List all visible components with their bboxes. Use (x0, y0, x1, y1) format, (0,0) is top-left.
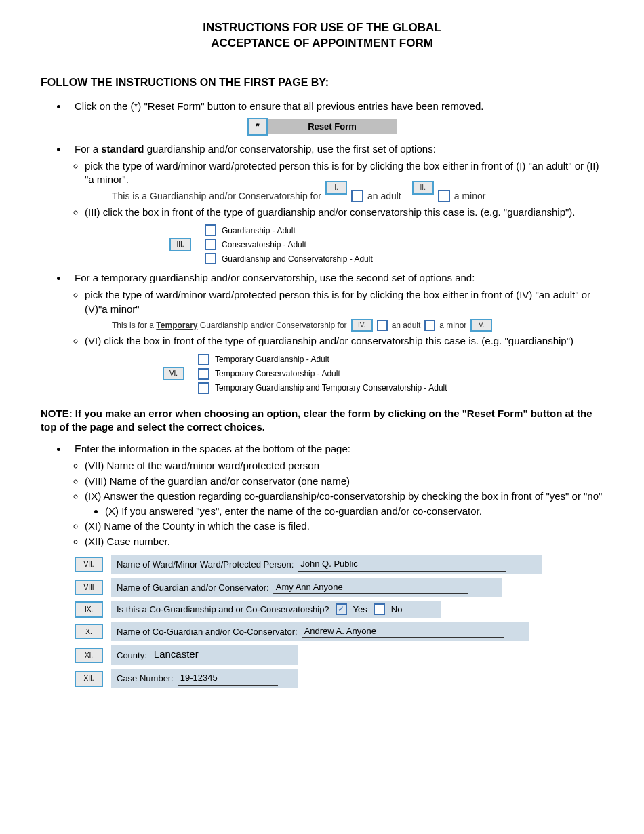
bullet-standard: For a standard guardianship and/or conse… (68, 142, 603, 156)
bullet-temp: For a temporary guardianship and/or cons… (68, 271, 603, 285)
chk-tgc-adult[interactable] (198, 382, 209, 394)
checkbox-adult-std[interactable] (351, 190, 363, 202)
field-vii-label: Name of Ward/Minor Ward/Protected Person… (117, 559, 294, 571)
field-xi-label: County: (117, 650, 147, 662)
callout-5: V. (470, 319, 492, 332)
field-num-xi: XI. (75, 648, 103, 664)
field-ix-label: Is this a Co-Guardianship and or Co-Cons… (117, 603, 329, 616)
field-viii-label: Name of Guardian and/or Conservator: (117, 582, 269, 594)
label-minor-std: a minor (454, 190, 486, 203)
callout-3: III. (169, 238, 191, 252)
chk-yes[interactable] (336, 603, 347, 615)
label-minor-temp: a minor (439, 320, 466, 331)
field-x-label: Name of Co-Guardian and/or Co-Conservato… (117, 626, 298, 638)
callout-6: VI. (163, 367, 184, 380)
opt-g-adult: Guardianship - Adult (222, 225, 296, 236)
checkbox-minor-temp[interactable] (424, 320, 435, 331)
checkbox-adult-temp[interactable] (377, 320, 388, 331)
example-fields: VII. Name of Ward/Minor Ward/Protected P… (75, 555, 603, 688)
chk-gc-adult[interactable] (205, 253, 216, 264)
reset-button-image: Reset Form (268, 119, 397, 134)
field-ix: Is this a Co-Guardianship and or Co-Cons… (111, 601, 441, 618)
standard-options: III. Guardianship - Adult Conservatorshi… (169, 222, 603, 267)
sub-vii: (VII) Name of the ward/minor ward/protec… (85, 459, 603, 473)
label-adult-std: an adult (367, 190, 401, 203)
callout-2: II. (412, 181, 434, 195)
note-block: NOTE: If you make an error when choosing… (41, 407, 603, 435)
temp-options: VI. Temporary Guardianship - Adult Tempo… (163, 351, 603, 397)
callout-1: I. (325, 181, 347, 195)
note-text: NOTE: If you make an error when choosing… (41, 408, 592, 433)
chk-tg-adult[interactable] (198, 354, 209, 365)
opt-gc-adult: Guardianship and Conservatorship - Adult (222, 254, 373, 264)
sub-iii: (III) click the box in front of the type… (85, 205, 603, 219)
opt-tc-adult: Temporary Conservatorship - Adult (215, 368, 340, 379)
title-line-1: INSTRUCTIONS FOR USE OF THE GLOBAL (41, 20, 603, 36)
label-yes: Yes (353, 603, 367, 616)
chk-tc-adult[interactable] (198, 368, 209, 380)
field-num-xii: XII. (75, 671, 103, 687)
field-num-viii: VIII (75, 580, 103, 596)
reset-star-box: * (247, 118, 268, 136)
sub-vi: (VI) click the box in front of the type … (85, 334, 603, 348)
standard-type-line: This is a Guardianship and/or Conservato… (112, 189, 603, 203)
field-viii: Name of Guardian and/or Conservator: Amy… (111, 578, 502, 597)
title-line-2: ACCEPTANCE OF APPOINTMENT FORM (41, 36, 603, 52)
label-adult-temp: an adult (392, 320, 421, 331)
bullet-enter: Enter the information in the spaces at t… (68, 442, 603, 456)
sub-pick-temp: pick the type of ward/minor ward/protect… (85, 288, 603, 316)
field-num-ix: IX. (75, 601, 103, 618)
field-xii: Case Number: 19-12345 (111, 669, 298, 688)
sub-xi: (XI) Name of the County in which the cas… (85, 519, 603, 533)
standard-prefix: This is a Guardianship and/or Conservato… (112, 190, 321, 203)
field-xii-label: Case Number: (117, 673, 174, 685)
sub-viii: (VIII) Name of the guardian and/or conse… (85, 475, 603, 488)
chk-c-adult[interactable] (205, 239, 216, 250)
chk-g-adult[interactable] (205, 224, 216, 236)
temp-type-line: This is for a Temporary Guardianship and… (112, 319, 603, 332)
callout-4: IV. (351, 319, 373, 332)
checkbox-minor-std[interactable] (438, 190, 450, 202)
opt-tgc-adult: Temporary Guardianship and Temporary Con… (215, 382, 447, 393)
field-num-x: X. (75, 624, 103, 640)
field-viii-value[interactable]: Amy Ann Anyone (273, 581, 468, 595)
field-xi-value[interactable]: Lancaster (151, 648, 258, 662)
field-x-value[interactable]: Andrew A. Anyone (302, 625, 504, 639)
reset-example: * Reset Form (41, 118, 603, 136)
field-vii-value[interactable]: John Q. Public (298, 558, 506, 572)
opt-c-adult: Conservatorship - Adult (222, 239, 306, 250)
field-vii: Name of Ward/Minor Ward/Protected Person… (111, 555, 542, 574)
field-x: Name of Co-Guardian and/or Co-Conservato… (111, 622, 529, 641)
bullet-reset: Click on the (*) "Reset Form" button to … (68, 100, 603, 113)
field-xii-value[interactable]: 19-12345 (178, 672, 278, 686)
label-no: No (391, 603, 403, 616)
sub-x: (X) If you answered "yes", enter the nam… (105, 504, 603, 518)
opt-tg-adult: Temporary Guardianship - Adult (215, 354, 329, 365)
field-xi: County: Lancaster (111, 645, 298, 665)
section-heading: FOLLOW THE INSTRUCTIONS ON THE FIRST PAG… (41, 75, 603, 90)
chk-no[interactable] (374, 603, 385, 615)
field-num-vii: VII. (75, 557, 103, 573)
document-title: INSTRUCTIONS FOR USE OF THE GLOBAL ACCEP… (41, 20, 603, 52)
sub-xii: (XII) Case number. (85, 535, 603, 549)
sub-ix: (IX) Answer the question regarding co-gu… (85, 490, 603, 503)
